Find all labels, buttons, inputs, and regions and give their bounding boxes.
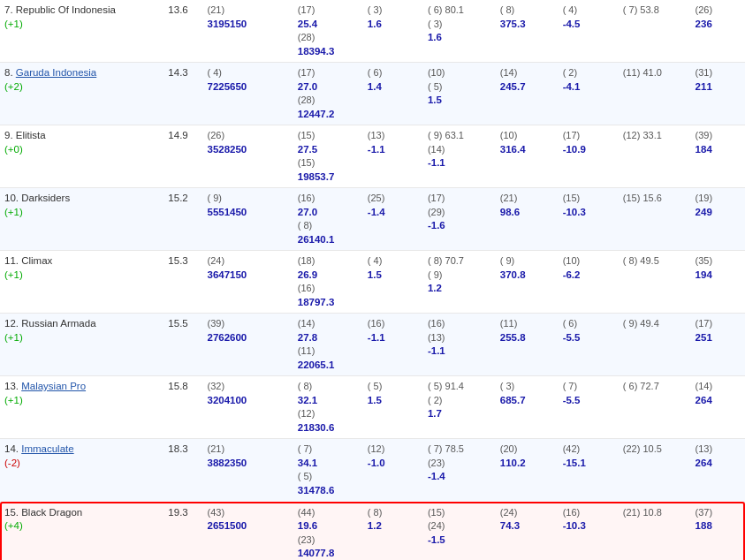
maps-val: 188	[696, 519, 741, 534]
win-rank: ( 9)	[500, 255, 515, 266]
avg-rank: ( 5)	[368, 381, 383, 391]
adr-val: -4.5	[563, 18, 614, 32]
kd-cell: (10)( 5) 1.5	[423, 63, 496, 125]
rank-name-cell: 14. Immaculate(-2)	[0, 439, 163, 502]
rd-rank1: (18)	[298, 255, 315, 266]
maps-val: 251	[696, 331, 741, 345]
kd-cell: ( 6) 80.1( 3) 1.6	[423, 0, 496, 63]
avg-cell: (12) -1.0	[363, 439, 423, 502]
team-link[interactable]: Malaysian Pro	[21, 381, 86, 391]
points-rank: (43)	[208, 507, 225, 518]
rd-cell: ( 8) 32.1(12) 21830.6	[293, 376, 363, 439]
adr-cell: (16) -10.3	[559, 502, 619, 560]
points-cell: (24) 3647150	[203, 251, 293, 314]
kd-rank2: ( 3)	[428, 19, 443, 29]
rank-number: 10. Darksiders	[4, 193, 70, 203]
maps-rank: (31)	[696, 67, 713, 78]
rd-val1: 26.9	[298, 269, 359, 283]
kd-rank1: ( 5) 91.4	[428, 381, 464, 391]
rd-rank2: (28)	[298, 95, 315, 105]
rd-val2: 26140.1	[298, 233, 359, 247]
win-val: 74.3	[500, 519, 554, 534]
adr-val: -10.3	[563, 206, 614, 220]
rd-rank2: (28)	[298, 32, 315, 42]
avg-rank: ( 8)	[368, 507, 383, 518]
table-row: 12. Russian Armada(+1)15.5(39) 2762600(1…	[0, 314, 745, 376]
avg-rank: (25)	[368, 193, 385, 203]
rd-rank1: ( 8)	[298, 381, 313, 391]
win-cell: (11) 255.8	[496, 314, 559, 376]
adr-rank: (42)	[563, 443, 581, 454]
rating-cell: 14.3	[163, 63, 202, 125]
kd-rank2: ( 5)	[428, 81, 443, 92]
kd-cell: ( 8) 70.7( 9) 1.2	[423, 251, 496, 314]
maps-cell: (31) 211	[691, 63, 745, 125]
avg-cell: (16) -1.1	[363, 314, 423, 376]
points-val: 3528250	[208, 143, 289, 157]
win-rank: (14)	[500, 67, 518, 78]
adr-cell: (15) -10.3	[559, 188, 619, 251]
maps-rank: (14)	[696, 381, 713, 391]
rating-cell: 19.3	[163, 502, 202, 560]
kd-rank1: (16)	[428, 318, 445, 329]
avg-val: 1.2	[368, 519, 419, 534]
table-row: 7. Republic Of Indonesia(+1)13.6(21) 319…	[0, 0, 745, 63]
points-val: 3204100	[208, 394, 289, 408]
adr-cell: ( 2) -4.1	[559, 63, 619, 125]
avg-rank: ( 6)	[368, 67, 383, 78]
kd-rank2: ( 9)	[428, 269, 443, 280]
win-cell: (20) 110.2	[496, 439, 559, 502]
win-val: 375.3	[500, 18, 554, 32]
maps-cell: (14) 264	[691, 376, 745, 439]
rating-cell: 13.6	[163, 0, 202, 63]
rank-name-cell: 11. Climax(+1)	[0, 251, 163, 314]
team-link[interactable]: Garuda Indonesia	[16, 67, 96, 78]
rd-cell: (17) 27.0(28) 12447.2	[293, 63, 363, 125]
maps-cell: (13) 264	[691, 439, 745, 502]
win-cell: ( 9) 370.8	[496, 251, 559, 314]
kast-cell: ( 9) 49.4	[619, 314, 691, 376]
win-cell: ( 3) 685.7	[496, 376, 559, 439]
rank-number: 12. Russian Armada	[4, 318, 96, 329]
rd-cell: (15) 27.5(15) 19853.7	[293, 125, 363, 188]
avg-rank: ( 3)	[368, 4, 383, 15]
adr-val: -10.9	[563, 143, 614, 157]
rank-name-cell: 10. Darksiders(+1)	[0, 188, 163, 251]
adr-rank: ( 2)	[563, 67, 578, 78]
rd-rank2: (23)	[298, 534, 315, 545]
table-row: 15. Black Dragon(+4)19.3(43) 2651500(44)…	[0, 502, 745, 560]
rd-val1: 19.6	[298, 519, 359, 534]
maps-val: 249	[696, 206, 741, 220]
win-cell: (10) 316.4	[496, 125, 559, 188]
kast-val: (22) 10.5	[623, 443, 662, 454]
avg-val: 1.6	[368, 18, 419, 32]
kd-cell: (17)(29) -1.6	[423, 188, 496, 251]
rating-cell: 18.3	[163, 439, 202, 502]
points-rank: (32)	[208, 381, 225, 391]
adr-rank: ( 6)	[563, 318, 578, 329]
rd-val2: 14077.8	[298, 547, 359, 560]
kd-cell: (15)(24) -1.5	[423, 502, 496, 560]
avg-cell: ( 5) 1.5	[363, 376, 423, 439]
rank-change: (+1)	[4, 269, 23, 280]
rankings-table-container: 7. Republic Of Indonesia(+1)13.6(21) 319…	[0, 0, 745, 560]
maps-val: 236	[696, 18, 741, 32]
kd-val2: 1.5	[428, 94, 491, 108]
win-val: 316.4	[500, 143, 554, 157]
avg-cell: (25) -1.4	[363, 188, 423, 251]
adr-val: -15.1	[563, 457, 614, 471]
kast-val: (21) 10.8	[623, 507, 662, 518]
rank-change: (+1)	[4, 19, 23, 29]
kd-val2: -1.6	[428, 219, 491, 233]
rd-rank1: ( 7)	[298, 443, 313, 454]
team-link[interactable]: Immaculate	[21, 443, 73, 454]
adr-val: -5.5	[563, 394, 614, 408]
rd-val1: 27.0	[298, 206, 359, 220]
rd-rank1: (15)	[298, 130, 315, 140]
kd-cell: ( 9) 63.1(14) -1.1	[423, 125, 496, 188]
adr-rank: (10)	[563, 255, 581, 266]
avg-cell: ( 8) 1.2	[363, 502, 423, 560]
maps-rank: (39)	[696, 130, 713, 140]
adr-cell: (10) -6.2	[559, 251, 619, 314]
win-cell: (24) 74.3	[496, 502, 559, 560]
